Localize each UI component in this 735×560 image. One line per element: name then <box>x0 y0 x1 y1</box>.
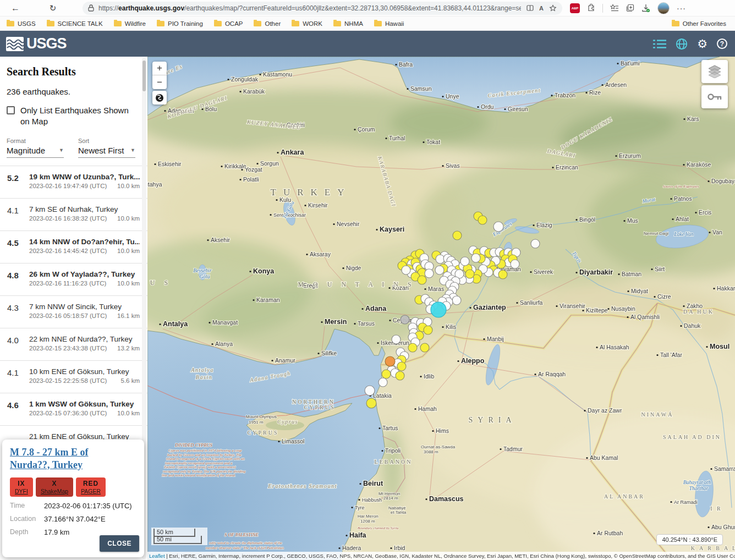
sort-select[interactable]: Newest First▼ <box>78 144 135 158</box>
earthquake-list-item[interactable]: 4.37 km NNW of Sincik, Turkey2023-02-16 … <box>0 295 147 328</box>
earthquake-marker[interactable] <box>425 269 434 278</box>
earthquake-marker[interactable] <box>382 370 391 378</box>
zoom-out-button[interactable]: − <box>152 75 167 89</box>
globe-icon[interactable] <box>676 38 688 50</box>
extension-icon[interactable] <box>587 4 595 12</box>
earthquake-marker[interactable] <box>435 266 444 274</box>
event-depth: 10.0 km <box>117 248 140 254</box>
earthquake-marker[interactable] <box>365 386 375 396</box>
map-label: Abu Kamal <box>590 454 618 461</box>
map-label: Haifa <box>349 531 367 539</box>
earthquake-list-item[interactable]: 4.514 km NNW of Do?an?ehir, Tu...2023-02… <box>0 230 147 263</box>
earthquake-marker[interactable] <box>478 216 487 224</box>
earthquake-marker[interactable] <box>431 302 446 317</box>
earthquake-marker[interactable] <box>420 343 429 352</box>
bookmark-item[interactable]: Hawaii <box>374 20 404 27</box>
earthquake-marker[interactable] <box>402 266 410 274</box>
earthquake-marker[interactable] <box>531 239 540 248</box>
bookmark-item[interactable]: PIO Training <box>157 20 203 27</box>
earthquake-marker[interactable] <box>471 254 480 262</box>
earthquake-marker[interactable] <box>385 356 395 366</box>
lock-icon <box>88 4 94 12</box>
read-aloud-icon[interactable]: A <box>539 5 544 12</box>
bookmark-item[interactable]: USGS <box>7 20 36 27</box>
checkbox[interactable] <box>7 106 15 114</box>
map-label: Aleppo <box>461 357 485 365</box>
adblock-icon[interactable]: ABP <box>570 3 580 13</box>
event-depth: 10.0 km <box>117 183 140 189</box>
earthquake-marker[interactable] <box>452 296 461 305</box>
layers-button[interactable] <box>701 60 728 83</box>
earthquake-marker[interactable] <box>424 326 432 334</box>
earthquake-marker[interactable] <box>418 276 426 284</box>
bookmark-item[interactable]: Other <box>254 20 281 27</box>
event-depth: 10.0 km <box>117 410 140 416</box>
bookmark-item[interactable]: Wildfire <box>114 20 146 27</box>
earthquake-marker[interactable] <box>453 231 462 240</box>
screen: { "browser": { "back_glyph": "←", "refre… <box>0 0 735 560</box>
earthquake-list-item[interactable]: 4.826 km W of Yaylada??, Turkey2023-02-1… <box>0 263 147 295</box>
map-label: Yozgat <box>245 166 262 173</box>
earthquake-marker[interactable] <box>511 260 519 268</box>
earthquake-list-item[interactable]: 4.022 km NNE of Nurda??, Turkey2023-02-1… <box>0 328 147 360</box>
earthquake-list-item[interactable]: 4.17 km SE of Nurhak, Turkey2023-02-16 1… <box>0 198 147 230</box>
gear-icon[interactable]: ⚙ <box>697 38 707 50</box>
usgs-logo[interactable]: USGS <box>6 35 67 52</box>
scrollbar-thumb[interactable] <box>142 61 146 91</box>
map-label: island is composed of a Greek Cypriot so… <box>166 457 245 460</box>
panel-title: Search Results <box>7 65 147 78</box>
event-title: 26 km W of Yaylada??, Turkey <box>29 270 140 278</box>
favorites-star-icon[interactable] <box>549 4 557 12</box>
collections-icon[interactable] <box>626 4 634 12</box>
map-label: Diyarbakir <box>579 268 613 276</box>
url-text[interactable]: https://earthquake.usgs.gov/earthquakes/… <box>98 4 521 12</box>
earthquake-marker[interactable] <box>392 335 401 344</box>
legend-button[interactable] <box>701 85 728 108</box>
earthquake-list-item[interactable]: 5.219 km WNW of Uzunba?, Turk...2023-02-… <box>0 166 147 198</box>
map-canvas[interactable]: AdapazariBoluZonguldakKastamonuKarabükBa… <box>147 57 735 560</box>
refresh-icon[interactable]: ↻ <box>45 2 61 15</box>
map-label: Sorgun <box>260 160 279 167</box>
earthquake-marker[interactable] <box>366 398 376 408</box>
favorites-bar-icon[interactable] <box>610 4 619 12</box>
profile-avatar[interactable] <box>657 2 670 14</box>
browser-toolbar: ← ↻ https://earthquake.usgs.gov/earthqua… <box>0 0 735 17</box>
bookmark-item[interactable]: NHMA <box>333 20 363 27</box>
other-favorites[interactable]: Other Favorites <box>672 20 726 27</box>
leaflet-link[interactable]: Leaflet <box>149 553 165 559</box>
earthquake-marker[interactable] <box>396 371 404 380</box>
earthquake-list-item[interactable]: 4.110 km ENE of Göksun, Turkey2023-02-15… <box>0 360 147 393</box>
earthquake-marker[interactable] <box>465 270 474 278</box>
earthquake-marker[interactable] <box>493 222 503 232</box>
earthquake-marker[interactable] <box>460 257 469 266</box>
close-button[interactable]: CLOSE <box>100 535 139 552</box>
list-icon[interactable] <box>653 39 666 49</box>
impact-badge-dyfi[interactable]: IXDYFI <box>10 477 33 497</box>
earthquake-marker[interactable] <box>379 378 387 387</box>
impact-badge-pager[interactable]: REDPAGER <box>76 477 106 497</box>
earthquake-list-item[interactable]: 4.61 km WSW of Göksun, Turkey2023-02-15 … <box>0 393 147 425</box>
filter-checkbox-row[interactable]: Only List Earthquakes Shown on Map <box>7 105 132 128</box>
earthquake-marker[interactable] <box>408 343 417 352</box>
split-screen-icon[interactable] <box>526 4 534 12</box>
address-bar[interactable]: https://earthquake.usgs.gov/earthquakes/… <box>83 2 562 15</box>
earthquake-title-link[interactable]: M 7.8 - 27 km E of Nurda??, Turkey <box>10 446 120 471</box>
map-label: Ar Ramadi <box>674 499 698 505</box>
map-container[interactable]: AdapazariBoluZonguldakKastamonuKarabükBa… <box>147 57 735 560</box>
earthquake-marker[interactable] <box>498 270 507 279</box>
earthquake-marker[interactable] <box>397 362 406 371</box>
browser-menu-icon[interactable]: ··· <box>677 4 686 13</box>
format-select[interactable]: Magnitude▼ <box>7 144 64 158</box>
back-icon[interactable]: ← <box>8 2 23 15</box>
world-view-button[interactable] <box>152 91 167 105</box>
event-depth: 5.6 km <box>120 377 140 384</box>
earthquake-marker[interactable] <box>401 315 409 324</box>
help-icon[interactable]: ? <box>717 39 727 49</box>
impact-badge-shakemap[interactable]: XShakeMap <box>36 477 73 497</box>
zoom-in-button[interactable]: + <box>152 62 167 75</box>
download-icon[interactable] <box>641 4 650 13</box>
folder-icon <box>214 21 222 26</box>
bookmark-item[interactable]: SCIENCE TALK <box>47 20 103 27</box>
bookmark-item[interactable]: WORK <box>292 20 322 27</box>
bookmark-item[interactable]: OCAP <box>214 20 243 27</box>
